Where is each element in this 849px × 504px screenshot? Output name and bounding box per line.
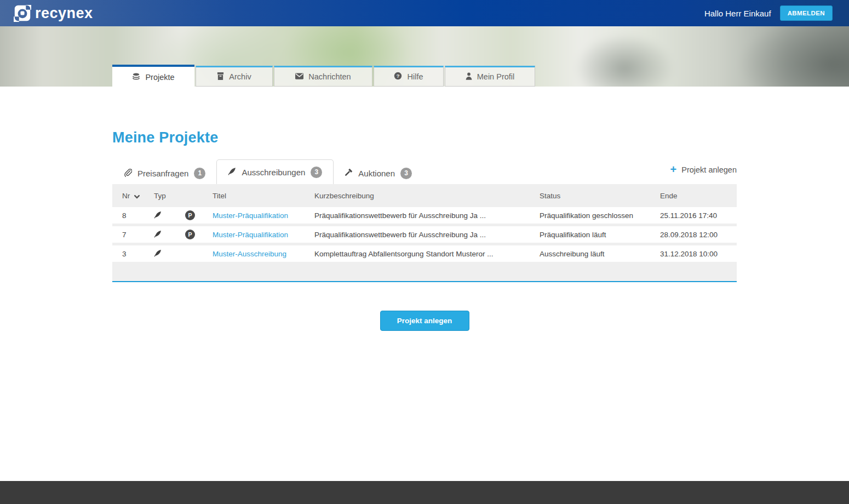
navbar-logo: recynex [14, 4, 93, 22]
count-badge: 3 [400, 168, 412, 179]
quill-icon [228, 167, 236, 177]
logout-button[interactable]: ABMELDEN [780, 5, 833, 21]
plus-icon: + [670, 164, 677, 175]
column-header-ende: Ende [660, 192, 737, 200]
row-status: Ausschreibung läuft [540, 250, 660, 258]
subtab-preisanfragen[interactable]: Preisanfragen 1 [112, 162, 216, 184]
table-header: Nr Typ Titel Kurzbeschreibung Status End… [112, 184, 737, 207]
row-nr: 7 [112, 231, 154, 239]
project-title-link[interactable]: Muster-Präqualifikation [213, 231, 288, 239]
count-badge: 3 [311, 167, 322, 178]
p-badge: P [185, 210, 195, 220]
tab-label: Nachrichten [308, 72, 351, 81]
subtab-label: Auktionen [358, 169, 395, 178]
column-header-typ: Typ [154, 192, 213, 200]
column-header-kurzbeschreibung: Kurzbeschreibung [314, 192, 540, 200]
column-header-nr[interactable]: Nr [112, 191, 154, 201]
projects-table: Nr Typ Titel Kurzbeschreibung Status End… [112, 184, 737, 282]
subtab-ausschreibungen[interactable]: Ausschreibungen 3 [216, 159, 334, 184]
subtab-label: Ausschreibungen [242, 168, 305, 177]
row-end-date: 31.12.2018 10:00 [660, 250, 737, 258]
sort-down-icon[interactable] [134, 192, 140, 201]
column-header-titel: Titel [213, 192, 314, 200]
brand-name: recynex [35, 5, 93, 22]
row-nr: 8 [112, 211, 154, 220]
row-end-date: 28.09.2018 12:00 [660, 231, 737, 239]
count-badge: 1 [194, 168, 205, 179]
tab-hilfe[interactable]: ? Hilfe [374, 66, 444, 87]
help-icon: ? [394, 72, 402, 82]
project-type-tabs: Preisanfragen 1 Ausschreibungen 3 Auktio… [112, 159, 737, 184]
p-badge: P [185, 230, 195, 239]
tab-label: Hilfe [407, 72, 423, 81]
mail-icon [295, 72, 303, 81]
quill-icon [154, 211, 162, 220]
row-end-date: 25.11.2016 17:40 [660, 211, 737, 220]
user-icon [466, 72, 472, 82]
row-description: Präqualifikationswettbewerb für Ausschre… [314, 231, 540, 239]
row-status: Präqualifikation geschlossen [540, 211, 660, 220]
table-row[interactable]: 8 P Muster-Präqualifikation Präqualifika… [112, 207, 737, 224]
quill-icon [154, 230, 162, 239]
tab-label: Archiv [229, 72, 251, 81]
tab-label: Projekte [145, 73, 174, 82]
tab-nachrichten[interactable]: Nachrichten [274, 66, 372, 87]
table-row[interactable]: 3 Muster-Ausschreibung Komplettauftrag A… [112, 245, 737, 262]
tab-label: Mein Profil [477, 72, 515, 81]
archive-icon [217, 72, 224, 82]
table-row[interactable]: 7 P Muster-Präqualifikation Präqualifika… [112, 226, 737, 243]
project-title-link[interactable]: Muster-Ausschreibung [213, 250, 286, 258]
tab-mein-profil[interactable]: Mein Profil [445, 66, 535, 87]
row-nr: 3 [112, 250, 154, 258]
recynex-logo-icon [14, 4, 31, 22]
row-status: Präqualifikation läuft [540, 231, 660, 239]
add-project-label: Projekt anlegen [681, 165, 737, 174]
hero-banner: Projekte Archiv Nachrichten ? [0, 26, 849, 87]
subtab-auktionen[interactable]: Auktionen 3 [334, 162, 423, 184]
main-content: Meine Projekte Preisanfragen 1 Ausschrei… [0, 129, 849, 481]
row-description: Komplettauftrag Abfallentsorgung Standor… [314, 250, 540, 258]
row-description: Präqualifikationswettbewerb für Ausschre… [314, 211, 540, 220]
add-project-link[interactable]: + Projekt anlegen [670, 165, 737, 175]
paperclip-icon [123, 168, 132, 179]
subtab-label: Preisanfragen [137, 169, 188, 178]
tab-archiv[interactable]: Archiv [196, 66, 273, 87]
page-footer: recynex © 2016 Siventas GmbH AGB Haftung… [0, 481, 849, 504]
tab-projekte[interactable]: Projekte [112, 65, 194, 88]
layers-icon [132, 72, 140, 82]
gavel-icon [345, 168, 353, 178]
user-greeting: Hallo Herr Einkauf [704, 9, 771, 18]
main-navigation-tabs: Projekte Archiv Nachrichten ? [112, 65, 536, 87]
svg-text:?: ? [397, 73, 400, 79]
project-title-link[interactable]: Muster-Präqualifikation [213, 211, 288, 220]
create-project-button[interactable]: Projekt anlegen [380, 311, 469, 331]
column-label: Nr [122, 192, 130, 200]
page-title: Meine Projekte [112, 129, 849, 146]
quill-icon [154, 249, 162, 259]
top-navbar: recynex Hallo Herr Einkauf ABMELDEN [0, 0, 849, 26]
column-header-status: Status [540, 192, 660, 200]
